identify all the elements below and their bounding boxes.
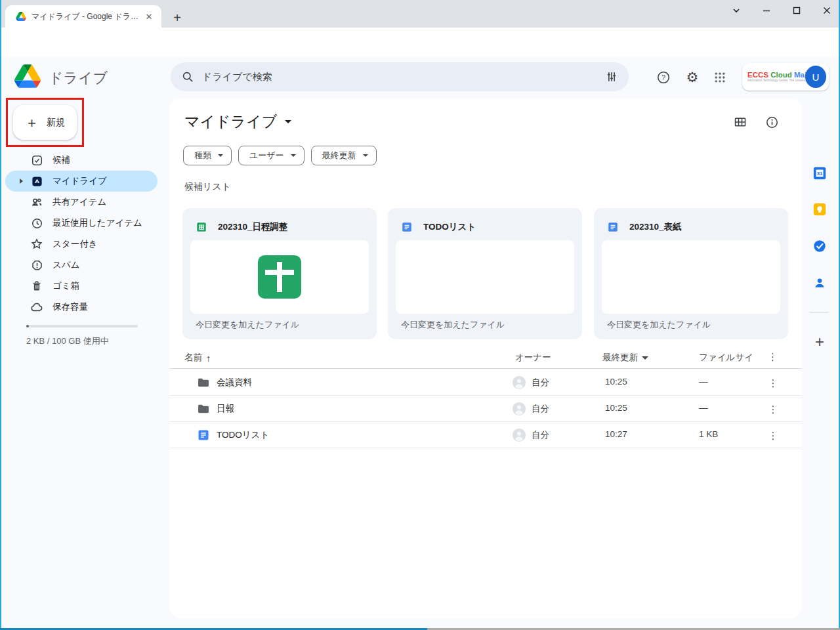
account-logo: ECCS Cloud Mail Information Technology C… (747, 71, 803, 83)
search-icon (181, 70, 194, 83)
suggested-card-doc-todo[interactable]: TODOリスト 今日変更を加えたファイル (388, 208, 582, 339)
file-table-header: 名前↑ オーナー 最終更新 ファイルサイ ⋮ (169, 348, 802, 369)
sidebar-item-label: 共有アイテム (52, 196, 106, 208)
filter-chips: 種類 ユーザー 最終更新 (183, 146, 377, 165)
svg-text:31: 31 (817, 171, 823, 177)
file-row-folder-1[interactable]: 会議資料 自分 10:25 — ⋮ (169, 369, 802, 396)
grid-view-icon[interactable] (730, 112, 750, 132)
cloud-icon (30, 301, 43, 314)
sidebar-item-recent[interactable]: 最近使用したアイテム (5, 213, 158, 234)
file-name: 日報 (217, 403, 234, 415)
column-header-size[interactable]: ファイルサイ (699, 352, 753, 364)
column-header-name[interactable]: 名前↑ (184, 352, 211, 364)
get-addons-button[interactable]: + (810, 332, 830, 352)
annotation-highlight-box (6, 98, 84, 147)
card-title: TODOリスト (423, 221, 476, 233)
app-name: ドライブ (49, 68, 108, 88)
panel-divider (810, 312, 828, 313)
tasks-icon[interactable] (811, 238, 828, 255)
file-modified: 10:27 (605, 429, 627, 439)
drive-favicon-icon (16, 12, 26, 21)
sidebar-item-label: 保存容量 (52, 301, 88, 313)
folder-icon (197, 376, 210, 389)
sheets-preview-icon (258, 255, 301, 299)
checkbox-icon (30, 154, 43, 167)
tab-strip: マイドライブ - Google ドライブ ✕ + (0, 0, 840, 28)
sidebar-item-storage[interactable]: 保存容量 (5, 297, 158, 318)
settings-gear-icon[interactable]: ⚙ (682, 68, 702, 87)
sidebar-item-my-drive[interactable]: マイドライブ (5, 171, 158, 192)
people-icon (30, 196, 43, 209)
tab-close-icon[interactable]: ✕ (143, 10, 155, 22)
title-dropdown-icon[interactable] (285, 120, 291, 123)
star-icon (30, 238, 43, 251)
browser-tab[interactable]: マイドライブ - Google ドライブ ✕ (5, 5, 161, 28)
card-caption: 今日変更を加えたファイル (196, 319, 299, 331)
sheets-file-icon (196, 221, 207, 233)
file-owner: 自分 (532, 429, 549, 441)
search-placeholder: ドライブで検索 (202, 71, 605, 83)
drive-app: ドライブ ドライブで検索 ? ⚙ ECCS Cloud Mail Informa… (0, 56, 840, 628)
account-subtitle: Information Technology Center, The Unive… (747, 79, 803, 83)
sort-down-icon (642, 356, 648, 360)
drive-logo[interactable] (14, 64, 41, 88)
file-name: 会議資料 (217, 377, 252, 388)
sidebar-item-suggested[interactable]: 候補 (5, 150, 158, 171)
sidebar-item-starred[interactable]: スター付き (5, 234, 158, 255)
my-drive-icon (30, 175, 43, 188)
filter-chip-people[interactable]: ユーザー (238, 146, 304, 165)
page-title[interactable]: マイドライブ (184, 112, 291, 132)
sidebar-item-label: 最近使用したアイテム (52, 217, 142, 229)
help-icon[interactable]: ? (654, 68, 673, 87)
chevron-down-icon (291, 154, 296, 157)
suggested-section-label: 候補リスト (184, 181, 231, 193)
browser-window: マイドライブ - Google ドライブ ✕ + drive.google.co… (0, 0, 840, 630)
sidebar-item-label: スター付き (52, 238, 97, 250)
sidebar-item-trash[interactable]: ゴミ箱 (5, 276, 158, 297)
new-tab-button[interactable]: + (168, 9, 186, 27)
close-window-icon[interactable] (818, 2, 836, 19)
file-owner: 自分 (532, 403, 549, 415)
file-row-doc[interactable]: TODOリスト 自分 10:27 1 KB ⋮ (169, 422, 802, 448)
workspace-side-panel: 31 + (802, 98, 839, 618)
search-bar[interactable]: ドライブで検索 (171, 62, 629, 91)
filter-chip-type[interactable]: 種類 (183, 146, 232, 165)
keep-icon[interactable] (811, 201, 828, 218)
tab-search-icon[interactable] (727, 2, 746, 19)
expand-caret-icon[interactable] (20, 178, 23, 184)
owner-avatar (512, 428, 526, 442)
owner-avatar (512, 402, 526, 416)
file-modified: 10:25 (605, 403, 627, 413)
card-caption: 今日変更を加えたファイル (607, 319, 711, 331)
suggested-card-sheet[interactable]: 202310_日程調整 今日変更を加えたファイル (182, 208, 377, 339)
column-header-modified[interactable]: 最終更新 (602, 352, 648, 364)
account-pill[interactable]: ECCS Cloud Mail Information Technology C… (742, 63, 829, 91)
trash-icon (30, 280, 43, 293)
account-avatar[interactable]: U (805, 66, 826, 88)
minimize-icon[interactable] (757, 2, 776, 19)
contacts-icon[interactable] (811, 274, 828, 291)
info-icon[interactable] (762, 112, 782, 132)
maximize-icon[interactable] (788, 2, 806, 19)
calendar-icon[interactable]: 31 (811, 165, 828, 182)
search-options-icon[interactable] (605, 70, 618, 83)
storage-progress-bar (26, 325, 138, 327)
table-settings-icon[interactable]: ⋮ (768, 352, 778, 362)
sidebar-item-spam[interactable]: スパム (5, 255, 158, 276)
suggested-card-doc-cover[interactable]: 202310_表紙 今日変更を加えたファイル (594, 208, 788, 339)
filter-chip-modified[interactable]: 最終更新 (311, 146, 377, 165)
sidebar-item-shared[interactable]: 共有アイテム (5, 192, 158, 213)
storage-used-indicator (26, 325, 29, 327)
row-menu-icon[interactable]: ⋮ (765, 375, 781, 390)
column-header-owner[interactable]: オーナー (515, 352, 551, 364)
card-preview (396, 240, 574, 314)
row-menu-icon[interactable]: ⋮ (765, 427, 781, 443)
folder-icon (197, 402, 210, 415)
sidebar-item-label: マイドライブ (52, 175, 107, 187)
storage-usage-text: 2 KB / 100 GB 使用中 (26, 335, 109, 347)
tab-title: マイドライブ - Google ドライブ (32, 11, 143, 22)
row-menu-icon[interactable]: ⋮ (765, 401, 781, 417)
apps-grid-icon[interactable] (710, 68, 730, 87)
file-owner: 自分 (532, 377, 549, 388)
file-row-folder-2[interactable]: 日報 自分 10:25 — ⋮ (169, 396, 802, 422)
